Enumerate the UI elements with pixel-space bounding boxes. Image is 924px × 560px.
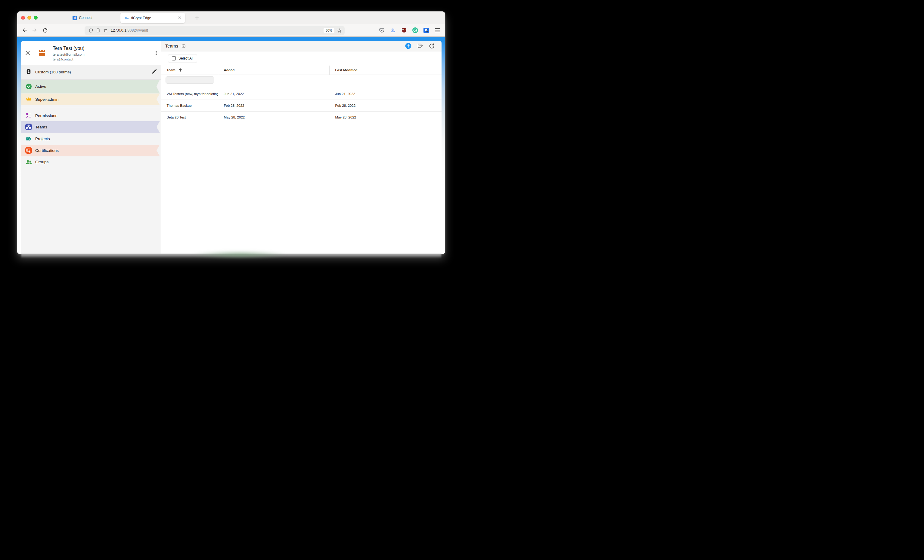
sidebar-divider bbox=[21, 105, 161, 110]
user-sidebar: Tera Test (you) tera.test@gmail.com tera… bbox=[21, 41, 161, 254]
grammarly-icon[interactable] bbox=[411, 27, 418, 34]
table-header-row: Team Added Last Modified bbox=[161, 66, 441, 75]
sidebar-item-label: Projects bbox=[35, 136, 50, 141]
teams-org-icon bbox=[25, 124, 32, 130]
check-circle-icon bbox=[25, 83, 32, 90]
select-all-button[interactable]: Select All bbox=[168, 54, 198, 63]
page-info-icon[interactable] bbox=[94, 28, 102, 33]
info-icon[interactable] bbox=[181, 43, 186, 48]
tab-bar: Ti Connect tiCrypt Edge bbox=[17, 11, 445, 24]
id-badge-icon bbox=[26, 69, 31, 75]
table-row[interactable]: Beta 20 Test May 28, 2022 May 28, 2022 bbox=[161, 112, 441, 123]
added-cell: Feb 28, 2022 bbox=[218, 100, 330, 111]
profile-contact: tera@contact bbox=[52, 57, 85, 61]
team-filter-input[interactable] bbox=[165, 76, 214, 84]
new-tab-button[interactable] bbox=[193, 14, 201, 21]
crown-icon bbox=[25, 96, 32, 103]
bookmark-star-icon[interactable] bbox=[336, 28, 343, 33]
url-text[interactable]: 127.0.0.1:8082/#/vault bbox=[111, 28, 324, 33]
sidebar-item-teams[interactable]: Teams bbox=[21, 121, 160, 133]
certificate-icon bbox=[25, 147, 32, 154]
back-button[interactable] bbox=[20, 26, 29, 35]
column-label: Added bbox=[224, 68, 235, 72]
tracking-shield-icon[interactable] bbox=[87, 28, 94, 33]
sidebar-item-groups[interactable]: Groups bbox=[21, 156, 161, 168]
sidebar-item-label: Certifications bbox=[35, 148, 59, 153]
team-name-cell: Thomas Backup bbox=[161, 100, 218, 111]
edit-role-icon[interactable] bbox=[152, 69, 157, 75]
last-modified-cell: Jun 21, 2022 bbox=[330, 88, 441, 100]
close-tab-icon[interactable] bbox=[176, 16, 183, 19]
column-header-last-modified[interactable]: Last Modified bbox=[330, 66, 441, 75]
column-header-added[interactable]: Added bbox=[218, 66, 329, 75]
teams-panel: Teams bbox=[161, 41, 441, 254]
background-green-glow bbox=[192, 251, 287, 259]
status-label: Active bbox=[35, 84, 46, 89]
last-modified-cell: May 28, 2022 bbox=[330, 112, 441, 123]
vault-page: Tera Test (you) tera.test@gmail.com tera… bbox=[17, 37, 445, 254]
status-item-active[interactable]: Active bbox=[21, 80, 160, 94]
page-title: Teams bbox=[165, 43, 178, 48]
sidebar-item-projects[interactable]: Projects bbox=[21, 133, 161, 145]
downloads-icon[interactable] bbox=[389, 27, 396, 34]
privacy-lock-icon[interactable] bbox=[423, 27, 430, 34]
profile-menu-icon[interactable] bbox=[153, 50, 159, 55]
refresh-button[interactable] bbox=[429, 43, 435, 49]
forward-button[interactable] bbox=[30, 26, 39, 35]
reload-button[interactable] bbox=[40, 26, 50, 35]
tab-title: tiCrypt Edge bbox=[131, 16, 176, 20]
castle-avatar-icon bbox=[38, 49, 46, 58]
select-all-label: Select All bbox=[178, 56, 193, 60]
url-path: :8082/#/vault bbox=[126, 28, 148, 33]
teams-header: Teams bbox=[161, 41, 441, 51]
table-toolbar: Select All bbox=[161, 51, 441, 66]
browser-toolbar: 127.0.0.1:8082/#/vault 80% uO bbox=[17, 24, 445, 37]
column-label: Team bbox=[167, 68, 176, 72]
sidebar-item-label: Teams bbox=[35, 125, 47, 129]
select-all-checkbox[interactable] bbox=[172, 56, 176, 60]
pocket-icon[interactable] bbox=[378, 27, 385, 34]
checklist-icon bbox=[25, 112, 32, 119]
table-filter-row bbox=[161, 75, 441, 88]
table-row[interactable]: VM Testers (new, myb for deleting old Ju… bbox=[161, 88, 441, 100]
key-favicon-icon bbox=[124, 16, 129, 21]
browser-window: Ti Connect tiCrypt Edge bbox=[17, 11, 445, 254]
profile-email: tera.test@gmail.com bbox=[52, 52, 85, 56]
export-button[interactable] bbox=[417, 43, 423, 49]
ublock-label: uO bbox=[401, 28, 407, 31]
status-item-super-admin[interactable]: Super-admin bbox=[21, 94, 160, 105]
ublock-origin-icon[interactable]: uO bbox=[400, 27, 408, 34]
added-cell: Jun 21, 2022 bbox=[218, 88, 330, 100]
zoom-window-button[interactable] bbox=[34, 16, 38, 20]
tab-ticrypt-edge[interactable]: tiCrypt Edge bbox=[120, 13, 185, 23]
people-icon bbox=[25, 159, 32, 165]
sidebar-item-permissions[interactable]: Permissions bbox=[21, 110, 161, 121]
last-modified-cell: Feb 28, 2022 bbox=[330, 100, 441, 111]
connect-favicon-icon: Ti bbox=[72, 16, 77, 20]
role-label: Custom (160 perms) bbox=[35, 70, 71, 74]
url-bar[interactable]: 127.0.0.1:8082/#/vault 80% bbox=[85, 26, 345, 35]
column-header-team[interactable]: Team bbox=[161, 66, 218, 75]
close-window-button[interactable] bbox=[21, 16, 25, 20]
team-name-cell: Beta 20 Test bbox=[161, 112, 218, 123]
toolbar-extensions: uO bbox=[378, 24, 441, 36]
team-name-cell: VM Testers (new, myb for deleting old bbox=[161, 88, 218, 100]
sidebar-item-label: Permissions bbox=[35, 113, 57, 118]
permissions-sliders-icon[interactable] bbox=[102, 28, 109, 33]
tags-icon bbox=[25, 136, 32, 142]
minimize-window-button[interactable] bbox=[27, 16, 31, 20]
add-team-button[interactable] bbox=[405, 43, 411, 49]
zoom-level-badge[interactable]: 80% bbox=[324, 28, 334, 33]
column-label: Last Modified bbox=[335, 68, 357, 72]
status-label: Super-admin bbox=[35, 97, 58, 102]
sidebar-item-certifications[interactable]: Certifications bbox=[21, 145, 160, 156]
sidebar-item-label: Groups bbox=[35, 160, 48, 164]
role-row: Custom (160 perms) bbox=[21, 65, 161, 80]
menu-hamburger-icon[interactable] bbox=[434, 27, 441, 34]
sort-asc-icon bbox=[178, 68, 182, 72]
profile-card: Tera Test (you) tera.test@gmail.com tera… bbox=[21, 41, 161, 65]
close-sidebar-icon[interactable] bbox=[25, 50, 30, 55]
table-row[interactable]: Thomas Backup Feb 28, 2022 Feb 28, 2022 bbox=[161, 100, 441, 112]
url-host: 127.0.0.1 bbox=[111, 28, 126, 33]
profile-name: Tera Test (you) bbox=[52, 46, 85, 51]
